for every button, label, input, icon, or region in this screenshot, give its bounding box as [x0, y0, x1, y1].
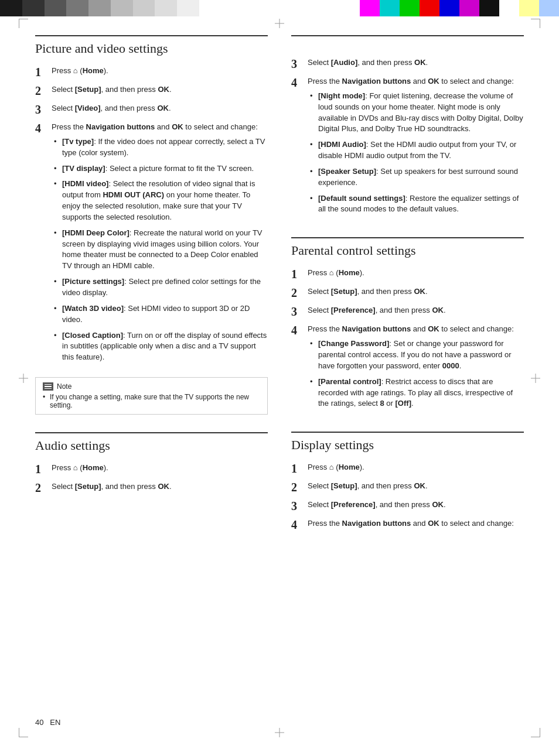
step-number: 4 — [291, 74, 308, 220]
sub-night-mode-content: [Night mode]: For quiet listening, decre… — [318, 91, 524, 135]
sub-picture-settings: • [Picture settings]: Select pre defined… — [52, 276, 268, 299]
step-number: 1 — [35, 461, 52, 478]
sub-hdmi-deep-color-content: [HDMI Deep Color]: Recreate the natural … — [62, 228, 268, 272]
sub-hdmi-video-content: [HDMI video]: Select the resolution of v… — [62, 179, 268, 223]
home-icon-audio: ⌂ — [73, 463, 78, 472]
audio-step-2: 2 Select [Setup], and then press OK. — [35, 481, 268, 497]
picture-sub-list: • [Tv type]: If the video does not appea… — [52, 136, 268, 363]
cross-top — [275, 19, 284, 28]
note-bullet-dot: • — [43, 393, 50, 409]
picture-video-title: Picture and video settings — [35, 35, 268, 56]
audio-right-steps: 3 Select [Audio], and then press OK. 4 P… — [291, 57, 524, 220]
step-number: 2 — [35, 480, 52, 497]
note-label: Note — [57, 382, 71, 391]
note-line-2 — [45, 386, 52, 387]
display-step-4-content: Press the Navigation buttons and OK to s… — [308, 518, 524, 533]
display-step-3: 3 Select [Preference], and then press OK… — [291, 500, 524, 515]
display-step-3-content: Select [Preference], and then press OK. — [308, 500, 524, 515]
parental-step-1: 1 Press ⌂ (Home). — [291, 268, 524, 283]
step-number: 4 — [291, 322, 308, 414]
display-title: Display settings — [291, 432, 524, 453]
bullet: • — [54, 179, 62, 223]
display-step-4: 4 Press the Navigation buttons and OK to… — [291, 518, 524, 533]
left-column: Picture and video settings 1 Press ⌂ (Ho… — [35, 35, 268, 551]
cross-right — [531, 374, 540, 383]
color-bar-left — [0, 0, 199, 16]
step-4-content: Press the Navigation buttons and OK to s… — [52, 122, 268, 368]
page-content: Picture and video settings 1 Press ⌂ (Ho… — [0, 0, 559, 574]
cross-left — [19, 374, 28, 383]
sub-change-password: • [Change Password]: Set or change your … — [308, 338, 524, 372]
corner-mark-bl — [19, 728, 28, 737]
picture-video-steps: 1 Press ⌂ (Home). 2 Select [Setup], and … — [35, 66, 268, 368]
step-4-picture: 4 Press the Navigation buttons and OK to… — [35, 122, 268, 368]
audio-title: Audio settings — [35, 432, 268, 453]
note-line-3 — [45, 388, 52, 389]
language-label: EN — [50, 718, 60, 727]
step-2-content: Select [Setup], and then press OK. — [52, 84, 268, 100]
sub-watch-3d-content: [Watch 3D video]: Set HDMI video to supp… — [62, 303, 268, 326]
step-2-picture: 2 Select [Setup], and then press OK. — [35, 84, 268, 100]
step-1-content: Press ⌂ (Home). — [52, 66, 268, 81]
sub-tv-display-content: [TV display]: Select a picture format to… — [62, 163, 268, 175]
sub-hdmi-video: • [HDMI video]: Select the resolution of… — [52, 179, 268, 223]
note-box: Note • If you change a setting, make sur… — [35, 377, 268, 415]
sub-parental-control-content: [Parental control]: Restrict access to d… — [318, 377, 524, 410]
step-3-content: Select [Video], and then press OK. — [52, 103, 268, 118]
home-icon-display: ⌂ — [329, 463, 334, 471]
audio-sub-list: • [Night mode]: For quiet listening, dec… — [308, 91, 524, 215]
step-number: 3 — [291, 303, 308, 320]
bullet: • — [54, 303, 62, 326]
note-bullet-item: • If you change a setting, make sure tha… — [43, 393, 260, 409]
bullet: • — [310, 338, 318, 372]
audio-steps: 1 Press ⌂ (Home). 2 Select [Setup], and … — [35, 463, 268, 497]
step-number: 1 — [291, 266, 308, 283]
sub-picture-settings-content: [Picture settings]: Select pre defined c… — [62, 276, 268, 299]
step-number-2: 2 — [35, 83, 52, 100]
corner-mark-tl — [19, 19, 28, 28]
corner-mark-tr — [531, 19, 540, 28]
parental-step-3-content: Select [Preference], and then press OK. — [308, 305, 524, 320]
bullet: • — [54, 136, 62, 159]
page-footer: 40 EN — [35, 718, 60, 727]
display-steps: 1 Press ⌂ (Home). 2 Select [Setup], and … — [291, 462, 524, 533]
bullet: • — [54, 163, 62, 175]
display-step-1-content: Press ⌂ (Home). — [308, 462, 524, 477]
parental-title: Parental control settings — [291, 237, 524, 258]
bullet: • — [310, 166, 318, 189]
parental-sub-list: • [Change Password]: Set or change your … — [308, 338, 524, 409]
note-header: Note — [43, 382, 260, 391]
page-number: 40 — [35, 718, 43, 727]
sub-tv-type-content: [Tv type]: If the video does not appear … — [62, 136, 268, 159]
note-line-1 — [45, 384, 52, 385]
audio-step-4-content: Press the Navigation buttons and OK to s… — [308, 76, 524, 220]
picture-video-section: Picture and video settings 1 Press ⌂ (Ho… — [35, 35, 268, 415]
sub-night-mode: • [Night mode]: For quiet listening, dec… — [308, 91, 524, 135]
parental-step-3: 3 Select [Preference], and then press OK… — [291, 305, 524, 320]
home-icon-1: ⌂ — [73, 66, 78, 75]
audio-step-2-content: Select [Setup], and then press OK. — [52, 481, 268, 497]
sub-hdmi-deep-color: • [HDMI Deep Color]: Recreate the natura… — [52, 228, 268, 272]
step-number-4: 4 — [35, 120, 52, 368]
note-text: If you change a setting, make sure that … — [50, 393, 260, 409]
step-number: 3 — [291, 498, 308, 515]
audio-step-1: 1 Press ⌂ (Home). — [35, 463, 268, 478]
sub-parental-control: • [Parental control]: Restrict access to… — [308, 377, 524, 410]
audio-right-section: 3 Select [Audio], and then press OK. 4 P… — [291, 35, 524, 220]
bullet: • — [54, 330, 62, 364]
parental-steps: 1 Press ⌂ (Home). 2 Select [Setup], and … — [291, 268, 524, 414]
sub-default-sound-content: [Default sound settings]: Restore the eq… — [318, 193, 524, 215]
sub-speaker-setup-content: [Speaker Setup]: Set up speakers for bes… — [318, 166, 524, 189]
parental-section: Parental control settings 1 Press ⌂ (Hom… — [291, 237, 524, 414]
parental-step-2-content: Select [Setup], and then press OK. — [308, 286, 524, 302]
parental-step-1-content: Press ⌂ (Home). — [308, 268, 524, 283]
audio-step-3-content: Select [Audio], and then press OK. — [308, 57, 524, 73]
bullet: • — [310, 377, 318, 410]
step-number: 2 — [291, 285, 308, 302]
sub-tv-display: • [TV display]: Select a picture format … — [52, 163, 268, 175]
step-number-3: 3 — [35, 101, 52, 118]
parental-step-2: 2 Select [Setup], and then press OK. — [291, 286, 524, 302]
parental-step-4: 4 Press the Navigation buttons and OK to… — [291, 324, 524, 414]
right-column: 3 Select [Audio], and then press OK. 4 P… — [291, 35, 524, 551]
bullet: • — [310, 91, 318, 135]
